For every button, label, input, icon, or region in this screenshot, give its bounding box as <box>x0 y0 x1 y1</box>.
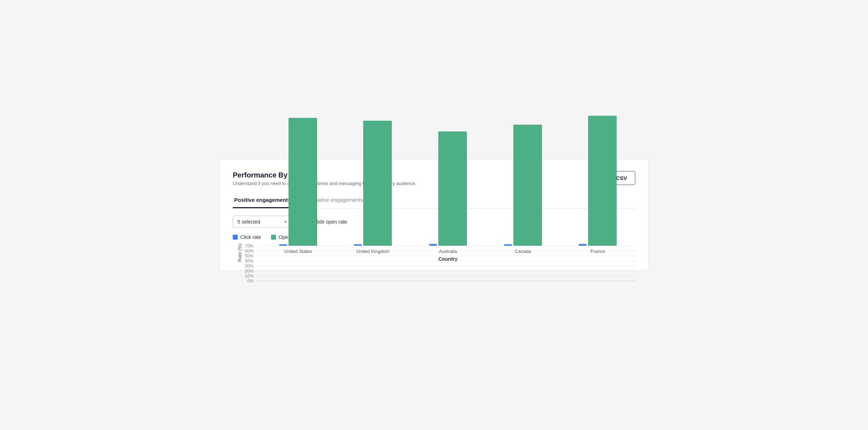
open-rate-bar <box>513 125 542 246</box>
bar-group <box>560 116 635 246</box>
grid-line-30: 30% <box>243 264 635 269</box>
grid-line-0: 0% <box>243 279 635 284</box>
y-axis-label: Rate (%) <box>233 244 243 262</box>
click-rate-bar <box>354 244 362 246</box>
chart-grid: 70% 60% 50% 40% <box>243 244 635 246</box>
grid-line-40: 40% <box>243 259 635 264</box>
click-rate-bar <box>429 244 437 246</box>
click-rate-color-dot <box>233 235 238 240</box>
open-rate-bar <box>588 116 617 246</box>
open-rate-bar <box>288 118 317 246</box>
open-rate-bar <box>438 131 467 246</box>
chart-area: Rate (%) 70% 60% 50% <box>233 244 635 262</box>
bar-group <box>336 121 411 246</box>
grid-line-60: 60% <box>243 249 635 254</box>
open-rate-bar <box>363 121 392 246</box>
click-rate-bar <box>579 244 587 246</box>
chart-inner: 70% 60% 50% 40% <box>243 244 635 262</box>
legend-click-rate: Click rate <box>233 234 261 240</box>
bar-group <box>485 125 561 246</box>
bar-group <box>261 118 336 246</box>
performance-card: Performance By Country Understand if you… <box>220 159 648 271</box>
bar-group <box>410 131 485 246</box>
bars-container <box>261 244 635 246</box>
click-rate-bar <box>504 244 512 246</box>
grid-line-20: 20% <box>243 269 635 274</box>
grid-line-10: 10% <box>243 274 635 279</box>
click-rate-bar <box>279 244 287 246</box>
grid-line-50: 50% <box>243 254 635 259</box>
click-rate-legend-label: Click rate <box>240 234 261 240</box>
